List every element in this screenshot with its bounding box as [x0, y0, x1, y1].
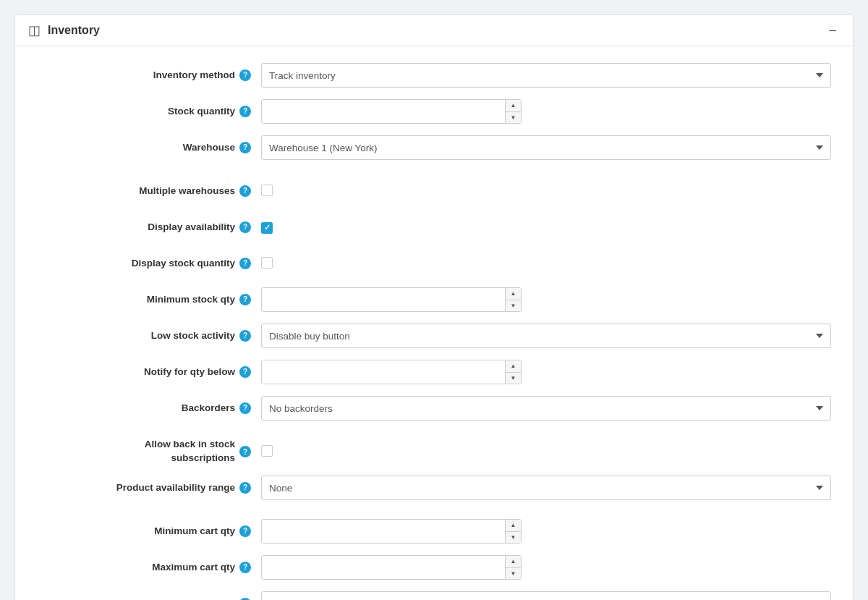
inventory-card: ◫ Inventory − Inventory method ? Track i… — [14, 14, 854, 600]
allowed-quantities-input[interactable] — [261, 591, 831, 600]
low-stock-activity-help-icon[interactable]: ? — [239, 330, 251, 342]
inventory-method-select[interactable]: Track inventory Don't track inventory — [261, 63, 831, 88]
inventory-method-row: Inventory method ? Track inventory Don't… — [37, 59, 831, 91]
low-stock-activity-select[interactable]: Disable buy button Nothing Unpublish — [261, 324, 831, 348]
minimum-cart-qty-help-icon[interactable]: ? — [239, 525, 251, 537]
minimum-stock-qty-up-btn[interactable]: ▲ — [506, 288, 521, 300]
card-body: Inventory method ? Track inventory Don't… — [15, 46, 853, 600]
low-stock-activity-label-col: Low stock activity ? — [37, 329, 261, 342]
low-stock-activity-row: Low stock activity ? Disable buy button … — [37, 320, 831, 352]
multiple-warehouses-help-icon[interactable]: ? — [239, 185, 251, 197]
allowed-quantities-control — [261, 591, 831, 600]
warehouse-control: Warehouse 1 (New York) — [261, 135, 831, 160]
allowed-quantities-row: Allowed quantities ? — [37, 588, 831, 600]
minimum-cart-qty-spinner: 1 ▲ ▼ — [261, 519, 522, 544]
display-availability-row: Display availability ? — [37, 211, 831, 243]
product-availability-range-row: Product availability range ? None — [37, 472, 831, 504]
display-stock-quantity-help-icon[interactable]: ? — [239, 258, 251, 269]
low-stock-activity-control: Disable buy button Nothing Unpublish — [261, 324, 831, 348]
maximum-cart-qty-label-col: Maximum cart qty ? — [37, 561, 261, 574]
notify-for-qty-below-control: 1 ▲ ▼ — [261, 360, 831, 384]
allowed-quantities-label: Allowed quantities — [149, 597, 235, 600]
maximum-cart-qty-help-icon[interactable]: ? — [239, 562, 251, 573]
notify-for-qty-below-spinner: 1 ▲ ▼ — [261, 360, 522, 384]
maximum-cart-qty-up-btn[interactable]: ▲ — [506, 556, 521, 568]
maximum-cart-qty-spinner-btns: ▲ ▼ — [505, 556, 521, 579]
maximum-cart-qty-input[interactable]: 10000 — [262, 556, 505, 579]
allow-back-in-stock-help-icon[interactable]: ? — [239, 446, 251, 457]
product-availability-range-label: Product availability range — [116, 481, 235, 494]
stock-quantity-label-col: Stock quantity ? — [37, 105, 261, 118]
allow-back-in-stock-label: Allow back in stock subscriptions — [145, 438, 235, 465]
stock-quantity-label: Stock quantity — [168, 105, 235, 118]
minimum-stock-qty-row: Minimum stock qty ? 0 ▲ ▼ — [37, 284, 831, 316]
inventory-method-label-col: Inventory method ? — [37, 69, 261, 82]
maximum-cart-qty-spinner: 10000 ▲ ▼ — [261, 555, 522, 580]
product-availability-range-control: None — [261, 476, 831, 500]
minimum-cart-qty-up-btn[interactable]: ▲ — [506, 520, 521, 532]
display-availability-help-icon[interactable]: ? — [239, 221, 251, 233]
notify-for-qty-below-input[interactable]: 1 — [262, 360, 505, 384]
allow-back-in-stock-checkbox[interactable] — [261, 445, 273, 457]
stock-quantity-control: 10000 ▲ ▼ — [261, 99, 831, 124]
stock-quantity-down-btn[interactable]: ▼ — [506, 112, 521, 124]
stock-quantity-spinner: 10000 ▲ ▼ — [261, 99, 522, 124]
minimum-stock-qty-label: Minimum stock qty — [147, 293, 235, 306]
inventory-method-control: Track inventory Don't track inventory — [261, 63, 831, 88]
notify-for-qty-below-down-btn[interactable]: ▼ — [506, 373, 521, 384]
minimum-cart-qty-row: Minimum cart qty ? 1 ▲ ▼ — [37, 515, 831, 547]
stock-quantity-input[interactable]: 10000 — [262, 100, 505, 123]
notify-for-qty-below-label: Notify for qty below — [144, 366, 235, 379]
display-availability-label: Display availability — [148, 221, 235, 234]
minimum-stock-qty-down-btn[interactable]: ▼ — [506, 300, 521, 312]
maximum-cart-qty-control: 10000 ▲ ▼ — [261, 555, 831, 580]
stock-quantity-up-btn[interactable]: ▲ — [506, 100, 521, 112]
collapse-button[interactable]: − — [825, 23, 840, 38]
inventory-method-label: Inventory method — [153, 69, 235, 82]
warehouse-row: Warehouse ? Warehouse 1 (New York) — [37, 132, 831, 164]
backorders-help-icon[interactable]: ? — [239, 402, 251, 414]
product-availability-range-select[interactable]: None — [261, 476, 831, 500]
minimum-cart-qty-down-btn[interactable]: ▼ — [506, 532, 521, 544]
notify-for-qty-below-label-col: Notify for qty below ? — [37, 366, 261, 379]
display-stock-quantity-control — [261, 257, 831, 271]
stock-quantity-spinner-btns: ▲ ▼ — [505, 100, 521, 123]
warehouse-label: Warehouse — [183, 141, 235, 154]
allow-back-in-stock-row: Allow back in stock subscriptions ? — [37, 436, 831, 468]
stock-quantity-row: Stock quantity ? 10000 ▲ ▼ — [37, 96, 831, 127]
maximum-cart-qty-down-btn[interactable]: ▼ — [506, 568, 521, 580]
multiple-warehouses-row: Multiple warehouses ? — [37, 175, 831, 207]
warehouse-select[interactable]: Warehouse 1 (New York) — [261, 135, 831, 160]
minimum-cart-qty-label: Minimum cart qty — [154, 525, 235, 538]
inventory-method-help-icon[interactable]: ? — [239, 69, 251, 81]
display-availability-checkbox[interactable] — [261, 222, 273, 234]
minimum-stock-qty-input[interactable]: 0 — [262, 288, 505, 311]
backorders-row: Backorders ? No backorders Allow Allow a… — [37, 392, 831, 424]
notify-for-qty-below-help-icon[interactable]: ? — [239, 366, 251, 378]
multiple-warehouses-label: Multiple warehouses — [139, 185, 235, 198]
minimum-cart-qty-input[interactable]: 1 — [262, 520, 505, 543]
warehouse-help-icon[interactable]: ? — [239, 142, 251, 153]
backorders-select[interactable]: No backorders Allow Allow and notify cus… — [261, 396, 831, 421]
notify-for-qty-below-up-btn[interactable]: ▲ — [506, 360, 521, 373]
minimum-stock-qty-spinner: 0 ▲ ▼ — [261, 287, 522, 312]
product-availability-range-help-icon[interactable]: ? — [239, 482, 251, 494]
display-stock-quantity-checkbox[interactable] — [261, 257, 273, 269]
display-availability-control — [261, 221, 831, 234]
notify-for-qty-below-row: Notify for qty below ? 1 ▲ ▼ — [37, 356, 831, 388]
inventory-icon: ◫ — [28, 22, 41, 38]
warehouse-label-col: Warehouse ? — [37, 141, 261, 154]
backorders-label: Backorders — [182, 402, 235, 415]
stock-quantity-help-icon[interactable]: ? — [239, 106, 251, 117]
allow-back-in-stock-control — [261, 445, 831, 459]
card-header-left: ◫ Inventory — [28, 22, 100, 38]
multiple-warehouses-checkbox[interactable] — [261, 185, 273, 196]
backorders-control: No backorders Allow Allow and notify cus… — [261, 396, 831, 421]
display-availability-label-col: Display availability ? — [37, 221, 261, 234]
multiple-warehouses-label-col: Multiple warehouses ? — [37, 185, 261, 198]
minimum-cart-qty-control: 1 ▲ ▼ — [261, 519, 831, 544]
minimum-stock-qty-help-icon[interactable]: ? — [239, 294, 251, 305]
display-stock-quantity-label: Display stock quantity — [132, 257, 235, 270]
display-stock-quantity-label-col: Display stock quantity ? — [37, 257, 261, 270]
allowed-quantities-label-col: Allowed quantities ? — [37, 597, 261, 600]
